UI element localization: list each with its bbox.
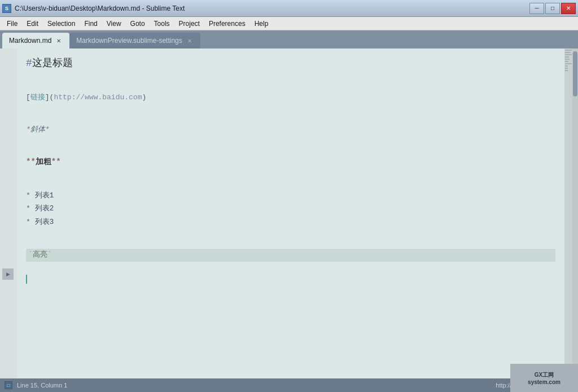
minimap-line-7: [565, 63, 572, 64]
bullet-1: *: [26, 191, 35, 200]
minimap-line-1: [565, 50, 572, 51]
blank-line-6: [26, 262, 555, 273]
minimap-line-5: [565, 59, 570, 60]
fold-indicator[interactable]: ▶: [2, 268, 14, 280]
italic-asterisk-open: *: [26, 125, 30, 134]
list-item-2: * 列表2: [26, 202, 555, 215]
menu-find[interactable]: Find: [80, 17, 102, 30]
line-heading: #这是标题: [26, 55, 555, 72]
cursor-line: [26, 273, 555, 285]
minimap-line-6: [565, 61, 568, 62]
bold-asterisks-open: **: [26, 157, 36, 166]
heading-hash: #: [26, 58, 32, 69]
backtick-open: `: [28, 250, 33, 259]
tab-settings[interactable]: MarkdownPreview.sublime-settings ✕: [69, 33, 200, 49]
menu-goto[interactable]: Goto: [126, 17, 150, 30]
link-paren-close: ): [142, 93, 146, 102]
line-code: `高亮`: [26, 249, 555, 262]
blank-line-3: [26, 144, 555, 156]
text-cursor: [26, 275, 27, 284]
menu-edit[interactable]: Edit: [22, 17, 43, 30]
watermark-line2: system.com: [528, 379, 561, 385]
app-icon: S: [2, 4, 11, 13]
bold-asterisks-close: **: [51, 157, 61, 166]
link-text: 链接: [30, 93, 45, 102]
tab-label-settings: MarkdownPreview.sublime-settings: [76, 37, 182, 45]
minimap[interactable]: [564, 49, 572, 378]
blank-line-2: [26, 113, 555, 124]
italic-asterisk-close: *: [45, 125, 50, 134]
link-bracket-close: ](: [45, 93, 54, 102]
menu-project[interactable]: Project: [174, 17, 204, 30]
list-item-3: * 列表3: [26, 215, 555, 228]
watermark: GX工网 system.com: [510, 364, 578, 392]
menu-view[interactable]: View: [102, 17, 126, 30]
status-position: Line 15, Column 1: [17, 382, 67, 389]
list-text-1: 列表1: [35, 191, 54, 200]
bold-text: 加粗: [36, 157, 51, 166]
blank-line-4: [26, 178, 555, 189]
tab-close-settings[interactable]: ✕: [186, 37, 194, 45]
watermark-line1: GX工网: [535, 371, 554, 379]
status-bar: □ Line 15, Column 1 http://blog..net/ Sp…: [0, 378, 578, 392]
italic-text: 斜体: [30, 125, 45, 134]
line-link: [链接](http://www.baidu.com): [26, 92, 555, 104]
minimap-line-10: [565, 70, 568, 71]
window-title: C:\Users\v-biduan\Desktop\Markdown.md - …: [15, 5, 185, 12]
menu-file[interactable]: File: [2, 17, 22, 30]
bullet-2: *: [26, 204, 35, 213]
title-bar: S C:\Users\v-biduan\Desktop\Markdown.md …: [0, 0, 578, 17]
backtick-close: `: [47, 250, 52, 259]
code-text: 高亮: [33, 250, 47, 259]
close-button[interactable]: ✕: [561, 3, 576, 14]
window-controls: ─ □ ✕: [529, 3, 576, 14]
editor-text: #这是标题 [链接](http://www.baidu.com) *斜体* **…: [26, 55, 555, 285]
tab-label-markdown: Markdown.md: [9, 37, 51, 45]
blank-line-5: [26, 237, 555, 249]
menu-preferences[interactable]: Preferences: [204, 17, 250, 30]
menu-help[interactable]: Help: [250, 17, 273, 30]
link-bracket-open: [: [26, 93, 30, 102]
line-italic: *斜体*: [26, 124, 555, 136]
line-gutter: [0, 49, 17, 378]
title-bar-left: S C:\Users\v-biduan\Desktop\Markdown.md …: [2, 4, 185, 13]
link-url: http://www.baidu.com: [54, 93, 142, 102]
menu-bar: File Edit Selection Find View Goto Tools…: [0, 17, 578, 30]
minimap-line-2: [565, 52, 571, 53]
bullet-3: *: [26, 218, 35, 226]
editor-content[interactable]: #这是标题 [链接](http://www.baidu.com) *斜体* **…: [17, 49, 564, 378]
tab-bar: Markdown.md ✕ MarkdownPreview.sublime-se…: [0, 30, 578, 49]
minimap-line-3: [565, 54, 572, 55]
restore-button[interactable]: □: [545, 3, 560, 14]
vertical-scrollbar[interactable]: [572, 49, 578, 378]
list-block: * 列表1 * 列表2 * 列表3: [26, 189, 555, 228]
editor-container[interactable]: ▶ #这是标题 [链接](http://www.baidu.com) *斜体*: [0, 49, 578, 378]
tab-close-markdown[interactable]: ✕: [55, 37, 63, 45]
scrollbar-thumb[interactable]: [573, 51, 577, 96]
minimap-line-8: [565, 65, 568, 67]
menu-selection[interactable]: Selection: [43, 17, 80, 30]
list-text-3: 列表3: [35, 218, 54, 226]
menu-tools[interactable]: Tools: [150, 17, 174, 30]
minimap-line-9: [565, 68, 568, 69]
tab-markdown-md[interactable]: Markdown.md ✕: [2, 33, 69, 49]
blank-line-1: [26, 81, 555, 92]
list-item-1: * 列表1: [26, 189, 555, 202]
line-bold: **加粗**: [26, 156, 555, 168]
status-icon: □: [5, 381, 12, 389]
list-text-2: 列表2: [35, 204, 54, 213]
minimap-line-4: [565, 56, 569, 58]
minimize-button[interactable]: ─: [529, 3, 544, 14]
